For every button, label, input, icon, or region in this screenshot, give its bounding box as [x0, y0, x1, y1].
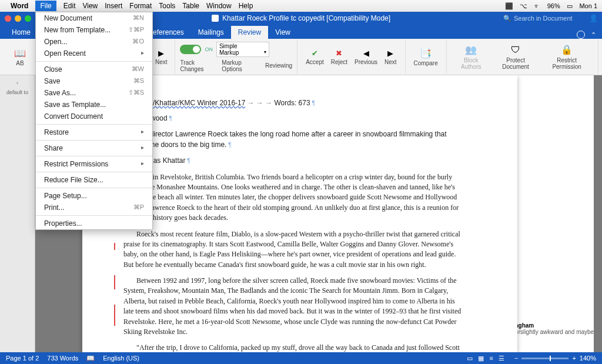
body-p2: Roeck's most recent feature film, Diablo… — [123, 229, 464, 271]
menu-edit[interactable]: Edit — [63, 2, 76, 10]
doc-icon — [212, 15, 219, 22]
zoom-control: − + 140% — [514, 355, 596, 362]
menu-format[interactable]: Format — [129, 2, 152, 10]
gear-icon[interactable] — [577, 31, 585, 39]
document-title: Khattar Roeck Profile tc copyedit [Compa… — [222, 14, 390, 22]
view-switcher: ▭ ▦ ≡ ☰ — [465, 355, 506, 362]
markup-mode-select[interactable]: Simple Markup — [216, 42, 269, 57]
status-bar: Page 1 of 2 733 Words 📖 English (US) ▭ ▦… — [0, 352, 602, 364]
file-save-template[interactable]: Save as Template... — [36, 99, 152, 111]
byline: By Nicholas Khattar ¶ — [123, 156, 464, 166]
left-margin-panel: ‹ default to — [0, 75, 35, 352]
file-new-template[interactable]: New from Template...⇧⌘P — [36, 24, 152, 36]
reject-icon: ✖ — [335, 48, 344, 58]
fullscreen-icon — [25, 15, 31, 22]
chevron-up-icon[interactable]: ⌃ — [591, 31, 596, 39]
bluetooth-icon[interactable]: ⌥ — [520, 2, 527, 9]
page-indicator[interactable]: Page 1 of 2 — [6, 355, 39, 362]
restrict-permission-button[interactable]: 🔒Restrict Permission — [540, 43, 593, 71]
file-properties[interactable]: Properties... — [36, 218, 152, 229]
next-comment-button[interactable]: ▶Next — [152, 47, 170, 66]
minimize-icon — [15, 15, 21, 22]
accept-icon: ✔ — [310, 48, 319, 58]
battery-pct: 96% — [547, 2, 560, 9]
clock[interactable]: Mon 1 — [579, 2, 597, 9]
track-changes-toggle[interactable] — [180, 45, 201, 54]
menu-window[interactable]: Window — [206, 2, 232, 10]
app-name[interactable]: Word — [11, 2, 28, 10]
margin-note: default to — [6, 89, 28, 96]
menu-view[interactable]: View — [82, 2, 98, 10]
zoom-slider[interactable] — [521, 358, 568, 359]
language[interactable]: English (US) — [103, 355, 139, 362]
menu-table[interactable]: Table — [182, 2, 199, 10]
chevron-left-icon[interactable]: ‹ — [16, 80, 18, 86]
search-box[interactable]: 🔍 — [503, 15, 584, 22]
zoom-out-button[interactable]: − — [514, 355, 518, 362]
file-open-recent[interactable]: Open Recent — [36, 48, 152, 59]
spelling-button[interactable]: 📖AB — [8, 46, 32, 68]
account-icon[interactable]: 👤 — [589, 14, 597, 22]
shield-icon: 🛡 — [510, 44, 521, 56]
deck: [D] Film director Lawrence Roeck takes t… — [123, 129, 464, 150]
battery-icon[interactable]: ▭ — [567, 2, 573, 9]
file-print[interactable]: Print...⌘P — [36, 202, 152, 213]
track-changes-label[interactable]: Track Changes — [180, 59, 215, 72]
word-count[interactable]: 733 Words — [47, 355, 78, 362]
prev-icon: ◀ — [362, 48, 371, 58]
compare-button[interactable]: 📑Compare — [410, 46, 442, 68]
menu-help[interactable]: Help — [239, 2, 253, 10]
file-restrict-permissions[interactable]: Restrict Permissions — [36, 158, 152, 170]
file-new-document[interactable]: New Document⌘N — [36, 12, 152, 24]
next-icon: ▶ — [156, 48, 166, 58]
body-p1: It's 9 a.m. in Revelstoke, British Colum… — [123, 172, 464, 223]
block-icon: 👥 — [465, 44, 477, 56]
macos-menubar: Word File Edit View Insert Format Tools … — [0, 0, 602, 12]
file-save[interactable]: Save⌘S — [36, 75, 152, 87]
compare-icon: 📑 — [420, 47, 432, 59]
zoom-level[interactable]: 140% — [580, 355, 596, 362]
file-save-as[interactable]: Save As...⇧⌘S — [36, 87, 152, 99]
next-icon: ▶ — [386, 48, 395, 58]
window-controls[interactable] — [5, 15, 31, 22]
dropbox-icon[interactable]: ⬛ — [505, 2, 513, 9]
prev-change-button[interactable]: ◀Previous — [351, 47, 381, 66]
file-reduce-size[interactable]: Reduce File Size... — [36, 174, 152, 186]
file-convert[interactable]: Convert Document — [36, 111, 152, 122]
doc-header: Frontside/Khattar/KMC Winter 2016-17 → →… — [123, 99, 464, 108]
close-icon — [5, 15, 11, 22]
accept-button[interactable]: ✔Accept — [302, 47, 327, 66]
view-print-icon[interactable]: ▭ — [467, 355, 473, 362]
lock-icon: 🔒 — [561, 44, 573, 56]
file-menu-dropdown: New Document⌘N New from Template...⇧⌘P O… — [35, 12, 153, 230]
tab-review[interactable]: Review — [231, 26, 268, 39]
tab-view[interactable]: View — [268, 26, 297, 39]
menu-tools[interactable]: Tools — [159, 2, 175, 10]
file-page-setup[interactable]: Page Setup... — [36, 190, 152, 202]
view-draft-icon[interactable]: ☰ — [499, 355, 504, 362]
wifi-icon[interactable]: ᯤ — [534, 2, 540, 9]
view-web-icon[interactable]: ▦ — [478, 355, 484, 362]
next-change-button[interactable]: ▶Next — [381, 47, 400, 66]
body-p4: "After the trip, I drove to California, … — [123, 343, 464, 352]
file-restore[interactable]: Restore — [36, 126, 152, 138]
tab-home[interactable]: Home — [5, 26, 38, 39]
block-authors-button[interactable]: 👥Block Authors — [452, 43, 491, 71]
spellcheck-icon[interactable]: 📖 — [86, 355, 95, 362]
view-outline-icon[interactable]: ≡ — [490, 355, 493, 362]
body-p3: Between 1992 and 1997, long before the s… — [123, 276, 464, 337]
zoom-in-button[interactable]: + — [572, 355, 576, 362]
protect-document-button[interactable]: 🛡Protect Document — [491, 43, 540, 71]
status-icons: ⬛ ⌥ ᯤ 96% ▭ Mon 1 — [500, 2, 597, 10]
menu-file[interactable]: File — [35, 1, 56, 11]
file-share[interactable]: Share — [36, 142, 152, 154]
file-close[interactable]: Close⌘W — [36, 64, 152, 75]
heading: [H] Revywood ¶ — [123, 113, 464, 123]
file-open[interactable]: Open...⌘O — [36, 36, 152, 48]
menu-insert[interactable]: Insert — [105, 2, 122, 10]
search-input[interactable] — [514, 15, 584, 22]
markup-options[interactable]: Markup Options — [222, 59, 258, 72]
reviewing-pane[interactable]: Reviewing — [265, 59, 292, 72]
reject-button[interactable]: ✖Reject — [327, 47, 351, 66]
tab-mailings[interactable]: Mailings — [191, 26, 231, 39]
